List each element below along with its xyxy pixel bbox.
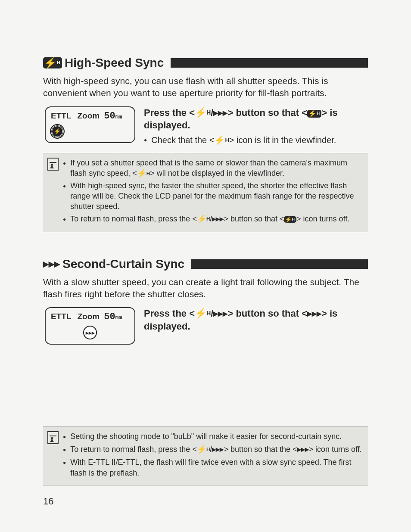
lcd-panel-hss: ETTL Zoom 50mm: [45, 106, 135, 143]
lcd-zoom: Zoom: [78, 111, 100, 121]
section1-intro: With high-speed sync, you can use flash …: [43, 75, 368, 100]
section2-note-3: With E-TTL II/E-TTL, the flash will fire…: [63, 457, 362, 478]
section1-note-3: To return to normal flash, press the <H/…: [63, 214, 362, 225]
section1-instruction: Press the <H/▸▸▸> button so that <H> is …: [144, 106, 368, 132]
curtain-circled-icon: ▸▸▸: [83, 326, 97, 339]
lcd-panel-second-curtain: ETTL Zoom 50mm ▸▸▸: [45, 307, 135, 345]
section2-intro: With a slow shutter speed, you can creat…: [43, 276, 368, 301]
section1-check: Check that the <H> icon is lit in the vi…: [144, 134, 368, 146]
hss-circled-icon: [51, 125, 64, 138]
section-high-speed-sync-heading: H High-Speed Sync: [43, 56, 368, 70]
heading-rule: [191, 259, 368, 269]
section2-notes: Setting the shooting mode to "buLb" will…: [43, 426, 368, 485]
section-second-curtain-heading: ▸▸▸ Second-Curtain Sync: [43, 257, 368, 271]
section1-notes: If you set a shutter speed that is the s…: [43, 153, 368, 232]
section2-title: Second-Curtain Sync: [62, 257, 184, 271]
lcd-mm: 50mm: [104, 311, 122, 322]
section1-title: High-Speed Sync: [65, 56, 164, 70]
lcd-mm: 50mm: [104, 111, 122, 121]
lcd-ettl: ETTL: [51, 312, 72, 321]
lcd-zoom: Zoom: [78, 312, 100, 321]
section2-instruction: Press the <H/▸▸▸> button so that <▸▸▸> i…: [144, 307, 368, 333]
section2-note-1: Setting the shooting mode to "buLb" will…: [63, 431, 362, 442]
section1-note-1: If you set a shutter speed that is the s…: [63, 158, 362, 179]
note-icon: [47, 158, 59, 171]
heading-rule: [171, 58, 368, 68]
section1-note-2: With high-speed sync, the faster the shu…: [63, 180, 362, 212]
note-icon: [47, 431, 59, 444]
page-number: 16: [43, 496, 53, 507]
section2-note-2: To return to normal flash, press the <H/…: [63, 444, 362, 455]
lcd-ettl: ETTL: [51, 111, 72, 121]
second-curtain-icon: ▸▸▸: [43, 257, 60, 271]
hss-badge-icon: H: [43, 57, 62, 68]
